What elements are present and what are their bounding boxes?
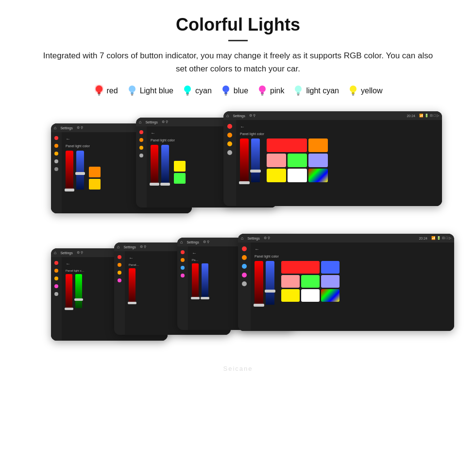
orange-dot-5: [118, 263, 121, 267]
amber-dot: [54, 152, 58, 156]
svg-rect-6: [131, 94, 133, 95]
blue-bar-handle: [75, 172, 85, 175]
svg-rect-11: [187, 95, 188, 96]
yellow-label: yellow: [361, 86, 382, 95]
gear-icon-5: ⚙ ⚲: [140, 245, 146, 249]
color-grid-7: [281, 261, 340, 302]
red-bar-7: [255, 261, 263, 305]
blue-label: blue: [234, 86, 248, 95]
gray-dot-2a: [139, 154, 143, 157]
bars-7: [255, 261, 274, 305]
lightblue-label: Light blue: [140, 86, 173, 95]
status-icons-7: 📶 🔋 ⊟ □ ▷: [431, 236, 451, 240]
red-bar: [66, 151, 73, 190]
svg-rect-14: [224, 94, 227, 95]
red-bar-handle: [65, 189, 74, 191]
small-blocks-1: [89, 167, 101, 190]
handle-7b: [265, 290, 275, 293]
screen-3-topbar: ⌂ Settings ⚙ ⚲ 20:24 📶 🔋 ⊟ □ ▷: [223, 111, 442, 120]
green-bar-4: [75, 274, 82, 308]
handle-2b: [160, 183, 170, 186]
handle-4a: [65, 308, 73, 310]
red-dot-7: [242, 246, 247, 251]
svg-rect-5: [131, 92, 134, 94]
color-item-yellow: yellow: [348, 84, 382, 98]
pink-bulb-icon: [257, 84, 268, 98]
grid7-yellow: [281, 289, 300, 302]
home-icon-4: ⌂: [54, 250, 56, 255]
svg-rect-7: [131, 95, 133, 96]
top-screens-row: ⌂ Settings ⚙ ⚲ ← Panel light color: [19, 111, 457, 223]
amber-dot-3: [227, 141, 232, 146]
yellow-bulb-icon: [348, 84, 358, 98]
back-arrow-7: ←: [255, 246, 450, 252]
gear-icon-3: ⚙ ⚲: [249, 114, 255, 118]
content-body-7: [255, 261, 450, 305]
handle-3a: [239, 181, 250, 184]
handle-6a: [191, 297, 200, 299]
red-dot-6: [181, 250, 185, 254]
grid7-white: [301, 289, 320, 302]
settings-label-2: Settings: [145, 121, 157, 124]
orange-dot-7: [242, 255, 247, 260]
cyan-bulb-icon: [182, 84, 193, 98]
lightcyan-bulb-icon: [293, 84, 304, 98]
svg-rect-1: [98, 92, 101, 94]
svg-rect-2: [98, 94, 100, 95]
sidebar-left-6: [177, 246, 188, 330]
svg-rect-9: [186, 92, 189, 94]
orange-dot-3: [227, 133, 232, 138]
blue-bulb-icon: [221, 84, 231, 98]
orange-dot-6: [181, 258, 185, 262]
color-item-lightcyan: light cyan: [293, 84, 339, 98]
grid-rainbow: [308, 169, 328, 182]
time-label-7: 20:24: [419, 237, 427, 240]
grid7-green: [301, 275, 320, 288]
red-bar-4: [66, 274, 72, 308]
pink-dot-7: [242, 273, 247, 277]
svg-rect-17: [261, 92, 264, 94]
gray-dot-7: [242, 281, 247, 286]
gear-icon: ⚙ ⚲: [77, 126, 83, 130]
lightblue-bulb-icon: [127, 84, 137, 98]
status-icons-3: 📶 🔋 ⊟ □ ▷: [419, 114, 439, 118]
svg-point-24: [350, 86, 357, 92]
svg-point-16: [259, 86, 266, 92]
blue-bar-1: [76, 151, 84, 190]
gear-icon-6: ⚙ ⚲: [203, 240, 209, 244]
red-label: red: [107, 86, 118, 95]
handle-3b: [250, 170, 261, 173]
svg-rect-19: [261, 95, 263, 96]
red-bar-6: [192, 263, 199, 297]
home-icon-3: ⌂: [226, 113, 229, 118]
pink-dot-6: [181, 274, 185, 277]
lightcyan-label: light cyan: [306, 86, 339, 95]
red-bulb-icon: [94, 84, 104, 98]
svg-point-20: [295, 86, 302, 92]
page-container: Colorful Lights Integrated with 7 colors…: [0, 0, 476, 382]
grid-lavender: [308, 154, 328, 167]
gray-dot-4: [54, 292, 58, 296]
pink-dot-4: [54, 284, 58, 288]
svg-rect-26: [352, 94, 355, 95]
screen-7: ⌂ Settings ⚙ ⚲ 20:24 📶 🔋 ⊟ □ ▷: [238, 234, 454, 331]
svg-rect-25: [352, 92, 355, 94]
color-item-pink: pink: [257, 84, 284, 98]
pink-label: pink: [270, 86, 284, 95]
amber-dot-2: [139, 146, 143, 150]
grid-yellow-3: [267, 169, 286, 182]
handle-2a: [150, 183, 159, 186]
blue-bar-6: [202, 263, 208, 297]
content-body-3: [240, 138, 438, 182]
settings-label-3: Settings: [233, 114, 245, 118]
amber-dot-5: [118, 271, 121, 275]
svg-point-4: [129, 86, 136, 92]
svg-rect-27: [352, 95, 354, 96]
blue-bar-7: [266, 261, 274, 305]
time-label-3: 20:24: [407, 114, 415, 118]
home-icon: ⌂: [54, 125, 56, 130]
sidebar-left-3: [223, 120, 236, 206]
sidebar-left-1: [51, 132, 62, 213]
yellow-block: [89, 179, 101, 190]
sidebar-left-5: [114, 251, 125, 335]
